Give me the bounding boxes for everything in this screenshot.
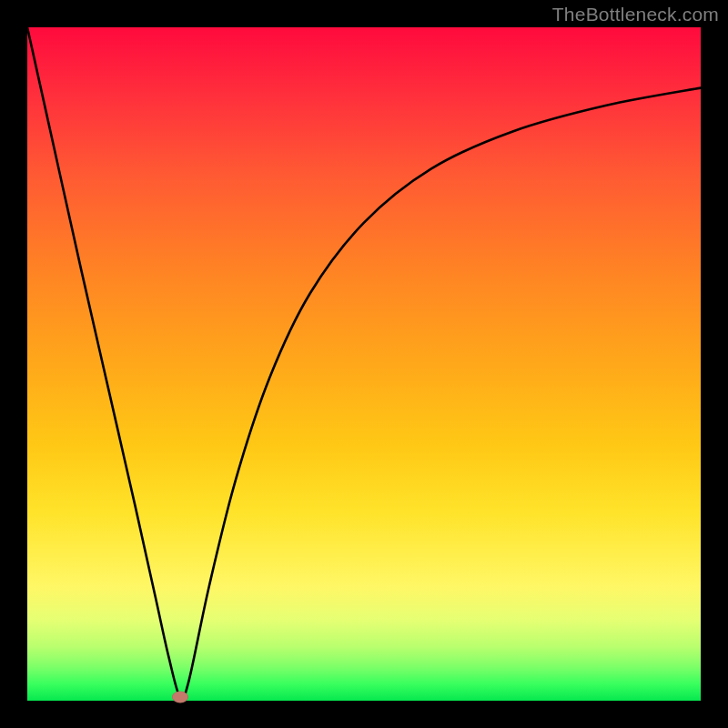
chart-frame: TheBottleneck.com xyxy=(0,0,728,728)
curve-svg xyxy=(27,27,701,701)
bottleneck-curve-path xyxy=(27,27,701,699)
attribution-text: TheBottleneck.com xyxy=(552,4,719,25)
minimum-marker xyxy=(172,692,188,703)
plot-area xyxy=(27,27,701,701)
